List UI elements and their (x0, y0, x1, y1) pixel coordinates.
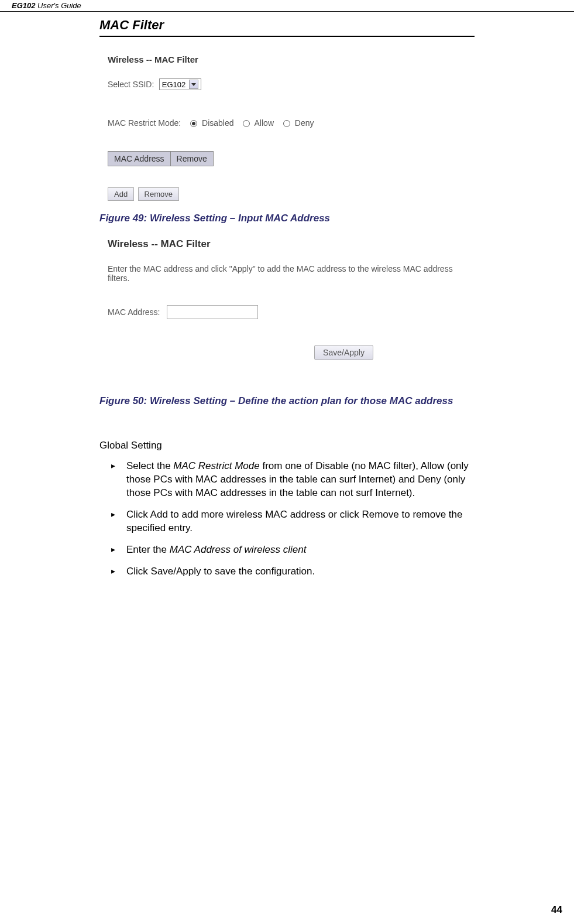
restrict-mode-row: MAC Restrict Mode: Disabled Allow Deny (108, 118, 475, 128)
col-mac-address: MAC Address (108, 152, 171, 166)
table-header-row: MAC Address Remove (108, 152, 214, 166)
add-button[interactable]: Add (108, 187, 134, 201)
global-setting-heading: Global Setting (99, 440, 475, 451)
figure-50-caption: Figure 50: Wireless Setting – Define the… (99, 395, 475, 407)
bullet3-pre: Enter the (126, 544, 170, 555)
radio-disabled[interactable] (190, 120, 197, 127)
bullet2: Click Add to add more wireless MAC addre… (126, 509, 462, 533)
option-deny: Deny (295, 118, 314, 128)
list-item: Click Save/Apply to save the configurati… (116, 565, 475, 579)
button-row: Add Remove (108, 187, 475, 201)
section-title: MAC Filter (99, 18, 475, 37)
save-button-row: Save/Apply (213, 345, 475, 360)
option-allow: Allow (255, 118, 274, 128)
screenshot2-instruction: Enter the MAC address and click "Apply" … (108, 264, 475, 283)
ssid-value: EG102 (162, 80, 185, 89)
mac-table: MAC Address Remove (108, 151, 214, 166)
header-title: EG102 User's Guide (12, 1, 81, 10)
save-apply-button[interactable]: Save/Apply (314, 345, 373, 360)
option-disabled: Disabled (202, 118, 233, 128)
ssid-select[interactable]: EG102 (159, 78, 201, 90)
radio-allow[interactable] (243, 120, 250, 127)
bullet1-italic: MAC Restrict Mode (173, 460, 259, 471)
screenshot-input-mac: Wireless -- MAC Filter Enter the MAC add… (108, 238, 475, 360)
product-name: EG102 (12, 1, 35, 10)
restrict-label: MAC Restrict Mode: (108, 118, 181, 128)
page-header: EG102 User's Guide (0, 0, 574, 12)
radio-deny[interactable] (283, 120, 290, 127)
instruction-list: Select the MAC Restrict Mode from one of… (99, 460, 475, 579)
guide-suffix: User's Guide (35, 1, 81, 10)
mac-address-label: MAC Address: (108, 307, 160, 317)
figure-49-caption: Figure 49: Wireless Setting – Input MAC … (99, 213, 475, 224)
bullet3-italic: MAC Address of wireless client (170, 544, 307, 555)
list-item: Select the MAC Restrict Mode from one of… (116, 460, 475, 500)
screenshot1-title: Wireless -- MAC Filter (108, 54, 475, 64)
list-item: Click Add to add more wireless MAC addre… (116, 508, 475, 535)
screenshot-mac-filter: Wireless -- MAC Filter Select SSID: EG10… (108, 54, 475, 201)
remove-button[interactable]: Remove (138, 187, 179, 201)
mac-input-row: MAC Address: (108, 305, 475, 319)
screenshot2-title: Wireless -- MAC Filter (108, 238, 475, 250)
bullet4: Click Save/Apply to save the configurati… (126, 566, 315, 577)
ssid-row: Select SSID: EG102 (108, 78, 475, 90)
page-number: 44 (551, 904, 562, 916)
chevron-down-icon (189, 80, 198, 89)
ssid-label: Select SSID: (108, 80, 154, 89)
col-remove: Remove (170, 152, 213, 166)
page-content: MAC Filter Wireless -- MAC Filter Select… (0, 12, 574, 579)
bullet1-pre: Select the (126, 460, 173, 471)
list-item: Enter the MAC Address of wireless client (116, 543, 475, 557)
mac-address-input[interactable] (167, 305, 258, 319)
